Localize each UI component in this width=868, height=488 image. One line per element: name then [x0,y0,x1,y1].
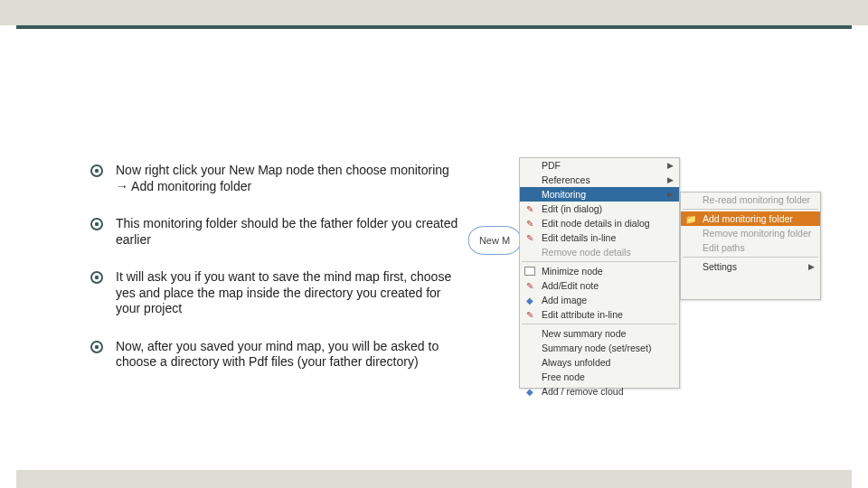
menu-item[interactable]: ◆Add image [520,293,679,307]
bullet-item: Now right click your New Map node then c… [90,163,461,194]
menu-item[interactable]: Free node [520,370,679,384]
embedded-menu-screenshot: New M PDF▶References▶Monitoring▶✎Edit (i… [468,157,821,389]
submenu-arrow-icon: ▶ [667,190,674,199]
bullet-list: Now right click your New Map node then c… [90,163,461,392]
edit-icon: ✎ [524,217,536,230]
edit-icon: ✎ [524,308,536,321]
menu-item-label: Edit attribute in-line [542,309,674,320]
mindmap-node-label: New M [479,235,510,246]
menu-item-label: Edit paths [703,242,815,253]
menu-item-label: Remove monitoring folder [703,228,815,239]
menu-item-label: Add monitoring folder [703,213,815,224]
edit-icon: ✎ [524,231,536,244]
svg-point-7 [95,344,99,348]
bullet-item: This monitoring folder should be the fat… [90,216,461,248]
menu-item-label: New summary node [542,328,674,339]
menu-item-label: Edit node details in dialog [542,218,674,229]
blue-icon: ◆ [524,294,536,306]
target-icon [90,271,103,284]
menu-separator [683,209,818,210]
menu-item-label: Settings [703,261,803,272]
menu-item: Remove monitoring folder [681,226,820,240]
box-icon [524,265,536,277]
header-bar [0,0,868,25]
bullet-text: Now, after you saved your mind map, you … [116,339,461,371]
submenu-arrow-icon: ▶ [808,262,815,271]
menu-item-label: Edit (in dialog) [542,203,674,214]
menu-item[interactable]: Minimize node [520,264,679,278]
blank-icon [524,371,536,383]
menu-item[interactable]: 📁Add monitoring folder [681,211,820,226]
menu-item[interactable]: Settings▶ [681,259,820,274]
target-icon [90,218,103,230]
blank-icon [524,174,536,186]
menu-item-label: Free node [542,371,674,382]
header-divider [16,25,852,29]
menu-item-label: Monitoring [542,189,662,200]
menu-item: Re-read monitoring folder [681,192,820,207]
bullet-item: Now, after you saved your mind map, you … [90,339,461,371]
menu-item-label: Edit details in-line [542,232,674,243]
menu-item[interactable]: PDF▶ [520,158,679,173]
blank-icon [524,342,536,354]
menu-item[interactable]: ◆Add / remove cloud [520,384,679,399]
bullet-text: This monitoring folder should be the fat… [116,216,461,248]
mindmap-node: New M [468,226,521,255]
menu-item-label: Add image [542,295,674,305]
submenu-arrow-icon: ▶ [667,161,674,170]
menu-item-label: References [542,174,662,185]
bullet-text: It will ask you if you want to save the … [116,269,461,317]
menu-item[interactable]: ✎Edit (in dialog) [520,202,679,216]
svg-point-5 [95,276,99,279]
menu-item[interactable]: ✎Edit details in-line [520,230,679,245]
context-menu-primary: PDF▶References▶Monitoring▶✎Edit (in dial… [519,157,680,389]
blank-icon [684,260,697,273]
blank-icon [684,241,697,254]
menu-item-label: Summary node (set/reset) [542,343,674,353]
menu-item[interactable]: Always unfolded [520,355,679,370]
blank-icon [524,159,536,172]
blue-icon: ◆ [524,385,536,398]
menu-item-label: Add / remove cloud [542,386,674,397]
menu-item[interactable]: ✎Edit attribute in-line [520,307,679,322]
menu-item-label: PDF [542,160,662,171]
menu-separator [683,257,818,258]
menu-separator [522,324,677,324]
menu-item[interactable]: ✎Edit node details in dialog [520,216,679,230]
menu-item-label: Minimize node [542,266,674,277]
edit-icon: ✎ [524,279,536,292]
blank-icon [524,327,536,340]
svg-point-1 [95,169,99,173]
blank-icon [684,193,697,206]
menu-item[interactable]: ✎Add/Edit note [520,278,679,293]
bullet-item: It will ask you if you want to save the … [90,269,461,317]
blank-icon [524,356,536,369]
folder-icon: 📁 [684,212,697,225]
bullet-text: Now right click your New Map node then c… [116,163,461,194]
menu-separator [522,261,677,262]
menu-item: Remove node details [520,245,679,259]
menu-item[interactable]: New summary node [520,326,679,341]
submenu-arrow-icon: ▶ [667,175,674,184]
menu-item-label: Add/Edit note [542,280,674,291]
menu-item[interactable]: Summary node (set/reset) [520,341,679,355]
menu-item-label: Always unfolded [542,357,674,368]
footer-bar [16,470,852,488]
menu-item: Edit paths [681,240,820,255]
blank-icon [684,227,697,239]
target-icon [90,164,103,177]
context-submenu-monitoring: Re-read monitoring folder📁Add monitoring… [680,192,821,300]
menu-item[interactable]: Monitoring▶ [520,187,679,202]
target-icon [90,341,103,353]
blank-icon [524,246,536,258]
menu-item[interactable]: References▶ [520,173,679,187]
edit-icon: ✎ [524,202,536,215]
blank-icon [524,188,536,201]
svg-point-3 [95,222,99,226]
menu-item-label: Remove node details [542,247,674,258]
menu-item-label: Re-read monitoring folder [703,194,815,205]
